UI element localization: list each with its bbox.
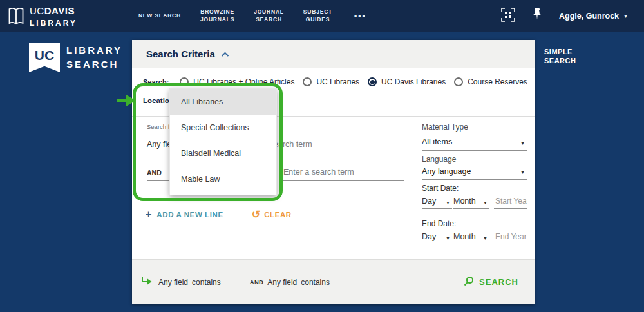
plus-icon: + bbox=[146, 210, 151, 220]
logo-uc: UC bbox=[30, 5, 44, 16]
chevron-up-icon bbox=[215, 48, 229, 60]
search-icon bbox=[464, 276, 474, 289]
pushpin-icon[interactable] bbox=[532, 8, 542, 24]
location-option-special-collections[interactable]: Special Collections bbox=[170, 115, 276, 141]
start-year-input[interactable] bbox=[494, 197, 527, 208]
nav-browzine-journals[interactable]: BROWZINE JOURNALS bbox=[200, 8, 234, 24]
material-type-select[interactable]: All items ▼ bbox=[422, 134, 527, 151]
logo-library: LIBRARY bbox=[30, 19, 77, 27]
user-menu[interactable]: Aggie, Gunrock ▼ bbox=[559, 12, 628, 21]
uc-bookmark-badge: UC bbox=[29, 43, 60, 72]
user-name: Aggie, Gunrock bbox=[559, 12, 619, 21]
start-day-select[interactable]: Day ▼ bbox=[422, 195, 452, 209]
summary-field-2: Any field bbox=[267, 278, 297, 287]
start-month-select[interactable]: Month ▼ bbox=[453, 195, 489, 209]
more-menu-icon[interactable]: ••• bbox=[354, 12, 366, 21]
language-label: Language bbox=[422, 155, 456, 164]
clear-button[interactable]: ↺ CLEAR bbox=[252, 210, 292, 220]
summary-blank-1 bbox=[225, 278, 246, 286]
search-scope-label: Search: bbox=[143, 78, 169, 86]
return-arrow-icon bbox=[141, 277, 152, 288]
search-button[interactable]: SEARCH bbox=[464, 276, 518, 289]
radio-button bbox=[303, 77, 312, 86]
chevron-down-icon: ▼ bbox=[520, 141, 527, 150]
location-option-blaisdell-medical[interactable]: Blaisdell Medical bbox=[170, 141, 276, 166]
summary-field-1: Any field bbox=[158, 278, 188, 287]
scope-uc-libraries[interactable]: UC Libraries bbox=[303, 77, 359, 86]
location-option-all-libraries[interactable]: All Libraries bbox=[170, 89, 276, 115]
logo-wordmark: UCDAVIS bbox=[30, 6, 77, 17]
undo-icon: ↺ bbox=[252, 210, 260, 220]
add-new-line-button[interactable]: + ADD A NEW LINE bbox=[146, 210, 223, 220]
main-menu: NEW SEARCH BROWZINE JOURNALS JOURNAL SEA… bbox=[138, 8, 366, 24]
end-month-select[interactable]: Month ▼ bbox=[453, 230, 489, 244]
query-summary: Any field contains AND Any field contain… bbox=[141, 277, 352, 288]
chevron-down-icon: ▼ bbox=[446, 236, 452, 244]
language-select[interactable]: Any language ▼ bbox=[422, 164, 527, 180]
logo-davis: DAVIS bbox=[44, 5, 75, 16]
scope-course-reserves[interactable]: Course Reserves bbox=[454, 77, 527, 86]
top-navigation-bar: UCDAVIS LIBRARY NEW SEARCH BROWZINE JOUR… bbox=[0, 0, 644, 32]
end-day-select[interactable]: Day ▼ bbox=[422, 230, 452, 244]
search-term-input-2[interactable] bbox=[279, 168, 404, 180]
nav-subject-guides[interactable]: SUBJECT GUIDES bbox=[303, 8, 332, 24]
radio-button bbox=[180, 77, 189, 86]
scope-uc-libraries-online-articles[interactable]: UC Libraries + Online Articles bbox=[180, 77, 294, 86]
simple-search-link[interactable]: SIMPLE SEARCH bbox=[544, 47, 576, 66]
uc-library-search-logo[interactable]: UC LIBRARY SEARCH bbox=[29, 43, 122, 72]
panel-title: Search Criteria bbox=[146, 48, 215, 59]
chevron-down-icon: ▼ bbox=[483, 236, 489, 244]
scope-uc-davis-libraries[interactable]: UC Davis Libraries bbox=[368, 77, 446, 86]
end-year-field bbox=[494, 230, 527, 244]
summary-blank-2 bbox=[334, 278, 352, 286]
location-option-mabie-law[interactable]: Mabie Law bbox=[170, 166, 276, 192]
page-body: UC LIBRARY SEARCH SIMPLE SEARCH Search C… bbox=[0, 32, 644, 312]
search-summary-bar: Any field contains AND Any field contain… bbox=[132, 259, 535, 304]
location-dropdown-menu: All Libraries Special Collections Blaisd… bbox=[169, 88, 277, 195]
nav-new-search[interactable]: NEW SEARCH bbox=[138, 12, 181, 20]
material-type-label: Material Type bbox=[422, 122, 468, 132]
ucdavis-library-logo[interactable]: UCDAVIS LIBRARY bbox=[8, 6, 77, 27]
radio-button-selected bbox=[368, 77, 377, 86]
summary-op-1: contains bbox=[192, 278, 221, 287]
chevron-down-icon: ▼ bbox=[520, 170, 527, 179]
chevron-down-icon: ▼ bbox=[446, 200, 452, 208]
start-date-label: Start Date: bbox=[422, 184, 459, 193]
end-year-input[interactable] bbox=[494, 232, 527, 244]
summary-op-2: contains bbox=[301, 278, 330, 287]
search-criteria-header[interactable]: Search Criteria bbox=[132, 40, 535, 68]
nav-journal-search[interactable]: JOURNAL SEARCH bbox=[254, 8, 284, 24]
search-term-row2 bbox=[279, 163, 404, 181]
summary-conjunction: AND bbox=[250, 278, 263, 286]
open-book-icon bbox=[8, 6, 24, 26]
end-date-label: End Date: bbox=[422, 219, 456, 228]
radio-button bbox=[454, 77, 463, 86]
chevron-down-icon: ▼ bbox=[483, 200, 489, 208]
operator-selector-row2[interactable]: AND bbox=[147, 163, 173, 181]
qr-code-icon[interactable] bbox=[501, 8, 515, 24]
start-year-field bbox=[494, 195, 527, 209]
chevron-down-icon: ▼ bbox=[623, 14, 628, 19]
